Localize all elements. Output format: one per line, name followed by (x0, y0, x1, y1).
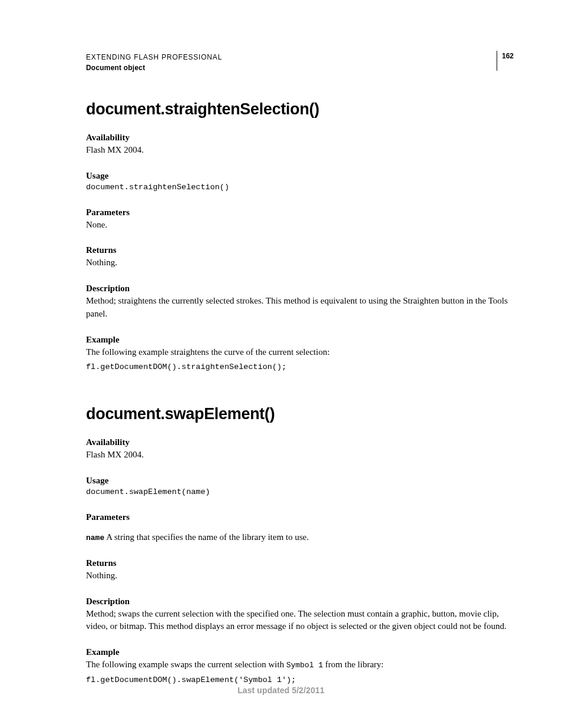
example-text-2: The following example swaps the current … (86, 658, 514, 671)
page-number-wrap: 162 (497, 52, 514, 71)
availability-label: Availability (86, 133, 514, 143)
availability-label-2: Availability (86, 437, 514, 447)
usage-code: document.straightenSelection() (86, 182, 514, 193)
header-subtitle: Document object (86, 62, 222, 73)
availability-text-2: Flash MX 2004. (86, 449, 514, 462)
example-text-post: from the library: (323, 660, 384, 669)
example-code: fl.getDocumentDOM().straightenSelection(… (86, 362, 514, 373)
example-label: Example (86, 335, 514, 345)
example-text: The following example straightens the cu… (86, 346, 514, 359)
section-heading-straighten: document.straightenSelection() (86, 100, 514, 118)
example-label-2: Example (86, 647, 514, 657)
footer-last-updated: Last updated 5/2/2011 (0, 686, 562, 695)
returns-text: Nothing. (86, 256, 514, 269)
section-heading-swap: document.swapElement() (86, 405, 514, 423)
parameter-line: name A string that specifies the name of… (86, 531, 514, 544)
example-inline-code: Symbol 1 (286, 661, 323, 670)
description-label: Description (86, 284, 514, 294)
example-code-2: fl.getDocumentDOM().swapElement('Symbol … (86, 675, 514, 686)
parameters-text: None. (86, 219, 514, 232)
usage-label: Usage (86, 171, 514, 181)
page-number: 162 (502, 52, 514, 71)
param-desc: A string that specifies the name of the … (104, 532, 309, 542)
description-text-2: Method; swaps the current selection with… (86, 608, 514, 634)
param-name: name (86, 533, 104, 542)
description-label-2: Description (86, 597, 514, 607)
usage-code-2: document.swapElement(name) (86, 487, 514, 498)
example-text-pre: The following example swaps the current … (86, 660, 286, 669)
parameters-label: Parameters (86, 207, 514, 218)
availability-text: Flash MX 2004. (86, 144, 514, 157)
returns-text-2: Nothing. (86, 569, 514, 582)
header-title: EXTENDING FLASH PROFESSIONAL (86, 52, 222, 62)
returns-label-2: Returns (86, 558, 514, 568)
header-left: EXTENDING FLASH PROFESSIONAL Document ob… (86, 52, 222, 73)
description-text: Method; straightens the currently select… (86, 295, 514, 321)
page-header: EXTENDING FLASH PROFESSIONAL Document ob… (86, 52, 514, 73)
returns-label: Returns (86, 245, 514, 255)
usage-label-2: Usage (86, 476, 514, 486)
parameters-label-2: Parameters (86, 512, 514, 522)
page-number-rule (497, 51, 497, 71)
page: EXTENDING FLASH PROFESSIONAL Document ob… (0, 0, 562, 728)
